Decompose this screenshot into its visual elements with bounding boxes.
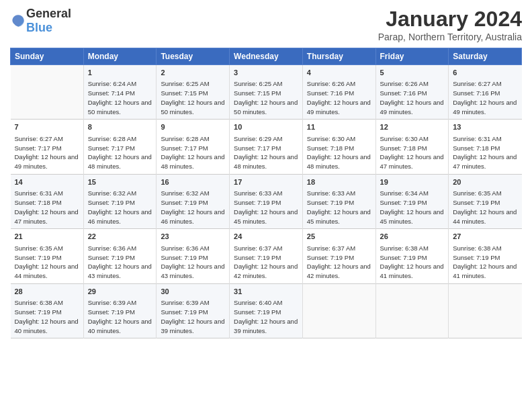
cell-content: Sunrise: 6:36 AMSunset: 7:19 PMDaylight:…	[88, 244, 152, 281]
day-number: 15	[88, 177, 152, 187]
cell-w5-d6	[375, 283, 449, 338]
cell-w5-d5	[302, 283, 375, 338]
day-number: 17	[234, 177, 298, 187]
day-number: 27	[453, 232, 517, 242]
cell-w1-d2: 1 Sunrise: 6:24 AMSunset: 7:14 PMDayligh…	[83, 65, 157, 120]
day-number: 14	[15, 177, 79, 187]
cell-content: Sunrise: 6:38 AMSunset: 7:19 PMDaylight:…	[380, 244, 445, 281]
day-number: 23	[161, 232, 225, 242]
day-number: 10	[234, 122, 298, 132]
cell-content: Sunrise: 6:30 AMSunset: 7:18 PMDaylight:…	[307, 134, 371, 171]
cell-content: Sunrise: 6:37 AMSunset: 7:19 PMDaylight:…	[307, 244, 371, 281]
day-number: 20	[453, 177, 517, 187]
cell-w1-d5: 4 Sunrise: 6:26 AMSunset: 7:16 PMDayligh…	[302, 65, 375, 120]
cell-content: Sunrise: 6:26 AMSunset: 7:16 PMDaylight:…	[307, 79, 371, 116]
cell-content: Sunrise: 6:32 AMSunset: 7:19 PMDaylight:…	[88, 189, 152, 226]
day-number: 13	[453, 122, 517, 132]
cell-w2-d5: 11 Sunrise: 6:30 AMSunset: 7:18 PMDaylig…	[302, 120, 375, 174]
cell-w4-d6: 26 Sunrise: 6:38 AMSunset: 7:19 PMDaylig…	[375, 229, 449, 283]
cell-w4-d4: 24 Sunrise: 6:37 AMSunset: 7:19 PMDaylig…	[230, 229, 303, 283]
header: General Blue January 2024 Parap, Norther…	[10, 7, 522, 42]
cell-w4-d7: 27 Sunrise: 6:38 AMSunset: 7:19 PMDaylig…	[449, 229, 522, 283]
cell-w1-d3: 2 Sunrise: 6:25 AMSunset: 7:15 PMDayligh…	[157, 65, 230, 120]
day-number: 6	[453, 68, 517, 78]
cell-w2-d1: 7 Sunrise: 6:27 AMSunset: 7:17 PMDayligh…	[11, 120, 84, 174]
cell-content: Sunrise: 6:32 AMSunset: 7:19 PMDaylight:…	[161, 189, 225, 226]
cell-w2-d6: 12 Sunrise: 6:30 AMSunset: 7:18 PMDaylig…	[375, 120, 449, 174]
day-number: 26	[380, 232, 445, 242]
cell-content: Sunrise: 6:38 AMSunset: 7:19 PMDaylight:…	[15, 298, 79, 335]
cell-w2-d2: 8 Sunrise: 6:28 AMSunset: 7:17 PMDayligh…	[83, 120, 157, 174]
day-number: 3	[234, 68, 298, 78]
day-number: 7	[15, 122, 79, 132]
cell-w3-d3: 16 Sunrise: 6:32 AMSunset: 7:19 PMDaylig…	[157, 174, 230, 228]
cell-w2-d3: 9 Sunrise: 6:28 AMSunset: 7:17 PMDayligh…	[157, 120, 230, 174]
cell-content: Sunrise: 6:29 AMSunset: 7:17 PMDaylight:…	[234, 134, 298, 171]
day-number: 30	[161, 287, 225, 297]
day-number: 2	[161, 68, 225, 78]
cell-content: Sunrise: 6:28 AMSunset: 7:17 PMDaylight:…	[88, 134, 152, 171]
day-number: 18	[307, 177, 371, 187]
cell-w5-d1: 28 Sunrise: 6:38 AMSunset: 7:19 PMDaylig…	[11, 283, 84, 338]
cell-content: Sunrise: 6:27 AMSunset: 7:17 PMDaylight:…	[15, 134, 79, 171]
week-row-3: 14 Sunrise: 6:31 AMSunset: 7:18 PMDaylig…	[11, 174, 522, 228]
day-number: 25	[307, 232, 371, 242]
cell-content: Sunrise: 6:33 AMSunset: 7:19 PMDaylight:…	[307, 189, 371, 226]
location-subtitle: Parap, Northern Territory, Australia	[378, 32, 522, 42]
month-title: January 2024	[378, 7, 522, 32]
cell-content: Sunrise: 6:39 AMSunset: 7:19 PMDaylight:…	[161, 298, 225, 335]
title-area: January 2024 Parap, Northern Territory, …	[378, 7, 522, 42]
col-wednesday: Wednesday	[230, 48, 303, 65]
logo-icon	[11, 14, 25, 28]
cell-w5-d4: 31 Sunrise: 6:40 AMSunset: 7:19 PMDaylig…	[230, 283, 303, 338]
cell-content: Sunrise: 6:31 AMSunset: 7:18 PMDaylight:…	[453, 134, 517, 171]
logo-blue: Blue	[26, 21, 52, 34]
col-sunday: Sunday	[11, 48, 84, 65]
cell-content: Sunrise: 6:37 AMSunset: 7:19 PMDaylight:…	[234, 244, 298, 281]
cell-w1-d7: 6 Sunrise: 6:27 AMSunset: 7:16 PMDayligh…	[449, 65, 522, 120]
cell-content: Sunrise: 6:25 AMSunset: 7:15 PMDaylight:…	[234, 79, 298, 116]
cell-content: Sunrise: 6:35 AMSunset: 7:19 PMDaylight:…	[453, 189, 517, 226]
cell-w4-d5: 25 Sunrise: 6:37 AMSunset: 7:19 PMDaylig…	[302, 229, 375, 283]
day-number: 16	[161, 177, 225, 187]
cell-w3-d4: 17 Sunrise: 6:33 AMSunset: 7:19 PMDaylig…	[230, 174, 303, 228]
logo: General Blue	[10, 7, 71, 35]
cell-w1-d1	[11, 65, 84, 120]
week-row-4: 21 Sunrise: 6:35 AMSunset: 7:19 PMDaylig…	[11, 229, 522, 283]
day-number: 9	[161, 122, 225, 132]
cell-content: Sunrise: 6:28 AMSunset: 7:17 PMDaylight:…	[161, 134, 225, 171]
cell-content: Sunrise: 6:33 AMSunset: 7:19 PMDaylight:…	[234, 189, 298, 226]
cell-w2-d4: 10 Sunrise: 6:29 AMSunset: 7:17 PMDaylig…	[230, 120, 303, 174]
cell-w3-d5: 18 Sunrise: 6:33 AMSunset: 7:19 PMDaylig…	[302, 174, 375, 228]
cell-w4-d1: 21 Sunrise: 6:35 AMSunset: 7:19 PMDaylig…	[11, 229, 84, 283]
day-number: 21	[15, 232, 79, 242]
col-friday: Friday	[375, 48, 449, 65]
cell-w2-d7: 13 Sunrise: 6:31 AMSunset: 7:18 PMDaylig…	[449, 120, 522, 174]
day-number: 29	[88, 287, 152, 297]
cell-content: Sunrise: 6:38 AMSunset: 7:19 PMDaylight:…	[453, 244, 517, 281]
calendar-header-row: Sunday Monday Tuesday Wednesday Thursday…	[11, 48, 522, 65]
day-number: 19	[380, 177, 445, 187]
day-number: 28	[15, 287, 79, 297]
cell-content: Sunrise: 6:27 AMSunset: 7:16 PMDaylight:…	[453, 79, 517, 116]
day-number: 24	[234, 232, 298, 242]
calendar-table: Sunday Monday Tuesday Wednesday Thursday…	[10, 48, 522, 338]
cell-w4-d2: 22 Sunrise: 6:36 AMSunset: 7:19 PMDaylig…	[83, 229, 157, 283]
cell-content: Sunrise: 6:40 AMSunset: 7:19 PMDaylight:…	[234, 298, 298, 335]
day-number: 12	[380, 122, 445, 132]
cell-content: Sunrise: 6:30 AMSunset: 7:18 PMDaylight:…	[380, 134, 445, 171]
cell-content: Sunrise: 6:26 AMSunset: 7:16 PMDaylight:…	[380, 79, 445, 116]
cell-content: Sunrise: 6:36 AMSunset: 7:19 PMDaylight:…	[161, 244, 225, 281]
page: General Blue January 2024 Parap, Norther…	[0, 0, 532, 411]
cell-w3-d2: 15 Sunrise: 6:32 AMSunset: 7:19 PMDaylig…	[83, 174, 157, 228]
day-number: 4	[307, 68, 371, 78]
cell-content: Sunrise: 6:31 AMSunset: 7:18 PMDaylight:…	[15, 189, 79, 226]
cell-content: Sunrise: 6:39 AMSunset: 7:19 PMDaylight:…	[88, 298, 152, 335]
cell-w5-d2: 29 Sunrise: 6:39 AMSunset: 7:19 PMDaylig…	[83, 283, 157, 338]
logo-general: General	[26, 7, 71, 20]
day-number: 8	[88, 122, 152, 132]
cell-content: Sunrise: 6:34 AMSunset: 7:19 PMDaylight:…	[380, 189, 445, 226]
cell-content: Sunrise: 6:35 AMSunset: 7:19 PMDaylight:…	[15, 244, 79, 281]
cell-w4-d3: 23 Sunrise: 6:36 AMSunset: 7:19 PMDaylig…	[157, 229, 230, 283]
col-thursday: Thursday	[302, 48, 375, 65]
